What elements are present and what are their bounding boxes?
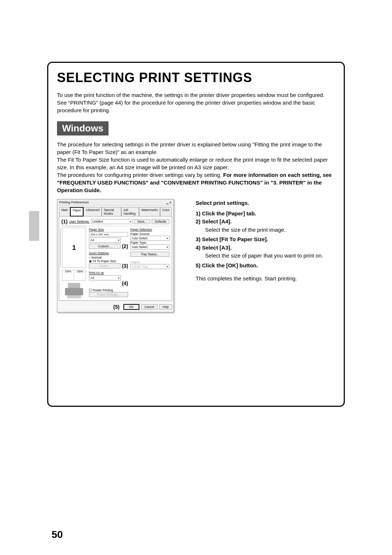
callout-2: (2) (122, 243, 128, 249)
tabs-row: Main Paper Advanced Special Modes Job Ha… (57, 206, 173, 216)
output-label: Output: (130, 260, 170, 264)
tab-job-handling[interactable]: Job Handling (121, 207, 139, 216)
radio-fit-to-paper[interactable]: ◉ Fit To Paper Size (89, 259, 128, 263)
paper-type-dropdown[interactable]: Auto Select (130, 244, 170, 250)
paper-size-dropdown[interactable]: A4 (89, 238, 121, 243)
callout-3: (3) (122, 263, 128, 269)
window-titlebar: Printing Preferences ▁ ✕ (57, 199, 173, 206)
step-3: 3) Select [Fit To Paper Size]. (196, 235, 335, 244)
page-preview: 1 (62, 228, 86, 268)
step-4: 4) Select [A3]. (196, 244, 335, 252)
tab-special-modes[interactable]: Special Modes (102, 207, 121, 216)
help-button[interactable]: Help (159, 304, 172, 309)
paper-size-value: A4 (90, 238, 94, 242)
ok-button[interactable]: OK (123, 304, 139, 310)
custom-button[interactable]: Custom... (89, 244, 121, 249)
step-5: 5) Click the [OK] button. (196, 262, 335, 270)
zoom-settings-label: Zoom Settings (89, 251, 128, 255)
paper-source-dropdown[interactable]: Auto Select (130, 236, 170, 241)
para-3a: The procedures for configuring printer d… (57, 172, 223, 178)
content-frame: SELECTING PRINT SETTINGS To use the prin… (47, 62, 345, 407)
radio-normal-label: Normal (92, 256, 102, 259)
tab-panel: (1) User Settings: Untitled Save... Defa… (59, 216, 172, 301)
body-paragraphs: The procedure for selecting settings in … (57, 141, 335, 194)
user-settings-dropdown[interactable]: Untitled (91, 219, 133, 224)
instructions-heading: Select print settings. (196, 199, 335, 207)
radio-fit-label: Fit To Paper Size (93, 259, 116, 263)
paper-size-dim: 210 x 297 mm. (89, 232, 128, 237)
paper-selection-label: Paper Selection (130, 228, 170, 231)
instructions-column: Select print settings. 1) Click the [Pap… (196, 199, 335, 283)
output-dropdown[interactable]: Center Tray (130, 264, 170, 269)
paper-type-value: Auto Select (132, 245, 147, 249)
page-title: SELECTING PRINT SETTINGS (57, 70, 335, 85)
radio-normal[interactable]: ○ Normal (89, 256, 128, 259)
print-on-dropdown[interactable]: A3 (89, 275, 121, 280)
zoom-button[interactable]: Zoom... (89, 263, 121, 268)
tab-color[interactable]: Color (160, 207, 172, 216)
para-2: The Fit To Paper Size function is used t… (57, 157, 328, 170)
callout-5: (5) (113, 304, 119, 310)
dialog-buttons: (5) OK Cancel Help (57, 302, 173, 312)
save-button[interactable]: Save... (134, 219, 150, 224)
section-tab (29, 211, 39, 241)
completion-note: This completes the settings. Start print… (196, 275, 335, 283)
step-2: 2) Select [A4]. (196, 218, 335, 226)
paper-size-label: Paper Size (89, 228, 128, 231)
tab-paper[interactable]: Paper (70, 207, 83, 216)
paper-source-label: Paper Source: (130, 232, 150, 236)
window-title: Printing Preferences (59, 200, 89, 204)
paper-type-label: Paper Type: (130, 241, 147, 244)
preview-page-number: 1 (72, 244, 76, 252)
intro-paragraph: To use the print function of the machine… (57, 91, 335, 114)
user-settings-value: Untitled (93, 220, 103, 223)
tray-status-button[interactable]: Tray Status... (130, 252, 170, 257)
page-number: 50 (52, 529, 63, 540)
output-value: Center Tray (132, 265, 148, 268)
callout-1: (1) (61, 219, 68, 224)
os-badge: Windows (57, 121, 109, 135)
window-controls: ▁ ✕ (166, 201, 172, 204)
tab-main[interactable]: Main (59, 207, 70, 216)
print-on-value: A3 (90, 276, 94, 280)
printer-illustration (65, 283, 83, 298)
cancel-button[interactable]: Cancel (141, 304, 157, 309)
defaults-button[interactable]: Defaults (152, 219, 170, 224)
step-2-detail: Select the size of the print image. (205, 226, 335, 234)
user-settings-label: User Settings: (69, 220, 90, 223)
poster-settings-button[interactable]: Poster Settings... (89, 292, 128, 297)
print-on-label: Print A4 on (89, 271, 128, 275)
nup-preview: 100% 100% (62, 270, 86, 281)
callout-4: (4) (122, 280, 128, 286)
printing-preferences-window: Printing Preferences ▁ ✕ Main Paper Adva… (57, 199, 174, 312)
step-4-detail: Select the size of paper that you want t… (205, 252, 335, 260)
poster-checkbox[interactable]: ☐ Poster Printing (89, 288, 128, 292)
paper-source-value: Auto Select (132, 236, 147, 240)
tab-watermarks[interactable]: Watermarks (139, 207, 160, 216)
step-1: 1) Click the [Paper] tab. (196, 210, 335, 218)
para-1: The procedure for selecting settings in … (57, 141, 322, 155)
tab-advanced[interactable]: Advanced (83, 207, 102, 216)
poster-label: Poster Printing (93, 288, 113, 292)
